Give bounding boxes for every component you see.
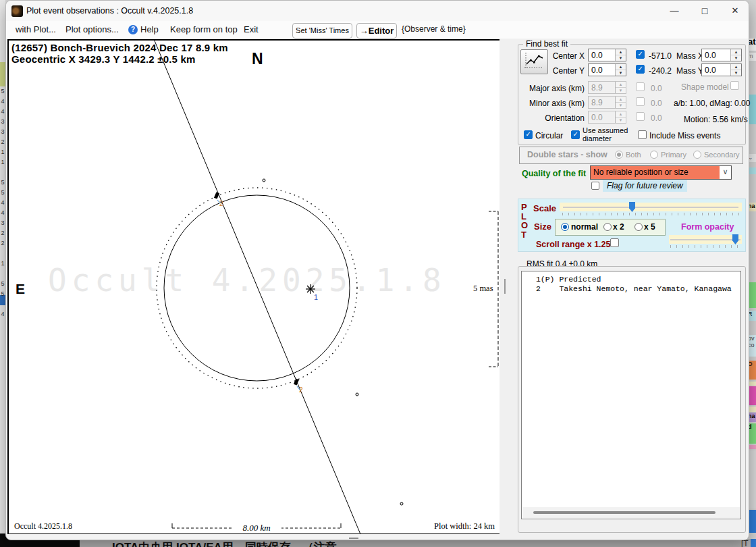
orientation-spinner[interactable]: 0.0 ▲▼ bbox=[588, 111, 626, 124]
plot-title-line2: Geocentric X 3429.3 Y 1442.2 ±0.5 km bbox=[11, 53, 196, 65]
plot-version-label: Occult 4.2025.1.8 bbox=[14, 521, 72, 531]
spin-up-icon: ▲ bbox=[616, 82, 626, 88]
size-label: Size bbox=[534, 222, 551, 232]
menu-keep-on-top[interactable]: Keep form on top bbox=[170, 24, 238, 34]
chord-marker-label: 2 bbox=[299, 386, 303, 394]
major-axis-spinner[interactable]: 8.9 ▲▼ bbox=[588, 81, 626, 94]
opacity-slider[interactable] bbox=[669, 235, 742, 244]
use-assumed-checkbox[interactable] bbox=[571, 130, 580, 139]
center-x-label: Center X bbox=[540, 51, 585, 61]
field-star bbox=[263, 179, 265, 182]
window-resize-grip[interactable] bbox=[349, 538, 358, 539]
spin-up-icon: ▲ bbox=[731, 64, 741, 70]
background-left-digits: 5 4 4 3 3 2 1 1 5 5 4 4 3 2 2 1 5 5 4 bbox=[0, 86, 5, 319]
orientation-label: Orientation bbox=[521, 113, 585, 123]
mass-x-spinner[interactable]: 0.0 ▲▼ bbox=[701, 49, 742, 61]
scale-slider-thumb[interactable] bbox=[629, 202, 635, 212]
double-primary-label: Primary bbox=[661, 151, 686, 159]
minimize-button[interactable]: — bbox=[659, 1, 689, 21]
circular-label: Circular bbox=[535, 131, 563, 140]
observer-list-text: 1(P) Predicted 2 Takeshi Nemoto, near Ya… bbox=[531, 275, 740, 294]
plot-area[interactable]: Occult 4.2025.1.8 bbox=[7, 39, 501, 534]
flag-review-label: Flag for future review bbox=[603, 180, 687, 192]
opacity-slider-ticks bbox=[670, 245, 740, 248]
plot-vertical-label: P L O T bbox=[521, 203, 528, 239]
chord-marker-d bbox=[214, 192, 219, 199]
spin-up-icon: ▲ bbox=[616, 97, 626, 103]
center-x-fit-checkbox[interactable] bbox=[636, 50, 645, 59]
major-axis-label: Major axis (km) bbox=[521, 84, 585, 93]
size-x5-radio[interactable] bbox=[634, 223, 643, 231]
use-assumed-label: Use assumed diameter bbox=[583, 126, 628, 142]
center-y-fit-value: -240.2 bbox=[649, 66, 672, 76]
splitter-handle[interactable] bbox=[504, 279, 506, 294]
orientation-fit-value: 0.0 bbox=[651, 113, 662, 123]
menu-plot-options[interactable]: Plot options... bbox=[65, 24, 119, 34]
size-normal-label: normal bbox=[571, 222, 598, 232]
spin-down-icon: ▼ bbox=[616, 88, 626, 93]
flag-review-checkbox[interactable] bbox=[591, 182, 599, 190]
dropdown-chevron-icon[interactable]: ∨ bbox=[720, 166, 731, 179]
right-panel: Find best fit Center X 0.0 ▲▼ -571.0 bbox=[500, 39, 747, 539]
screen: 5 4 4 3 3 2 1 1 5 5 4 4 3 2 2 1 5 5 4 at… bbox=[0, 0, 756, 547]
title-bar[interactable]: Plot event observations : Occult v.4.202… bbox=[6, 1, 749, 21]
orientation-fit-checkbox[interactable] bbox=[636, 112, 645, 121]
menu-help[interactable]: Help bbox=[140, 24, 159, 34]
major-axis-fit-value: 0.0 bbox=[651, 84, 662, 93]
ab-dmag-label: a/b: 1.00, dMag: 0.00 bbox=[674, 99, 750, 108]
minor-axis-spinner[interactable]: 8.9 ▲▼ bbox=[588, 96, 626, 109]
field-star bbox=[400, 502, 403, 505]
size-x2-radio[interactable] bbox=[603, 223, 612, 231]
quality-dropdown[interactable]: No reliable position or size ∨ bbox=[590, 165, 732, 180]
center-x-spinner[interactable]: 0.0 ▲▼ bbox=[588, 49, 626, 61]
mass-y-spinner[interactable]: 0.0 ▲▼ bbox=[701, 63, 742, 76]
spin-down-icon: ▼ bbox=[731, 70, 741, 76]
menu-exit[interactable]: Exit bbox=[244, 24, 259, 34]
observer-list-hscrollbar[interactable] bbox=[522, 507, 740, 518]
center-y-fit-checkbox[interactable] bbox=[636, 65, 645, 74]
double-secondary-radio[interactable] bbox=[693, 151, 701, 159]
form-opacity-label: Form opacity bbox=[681, 222, 734, 232]
spin-down-icon: ▼ bbox=[616, 55, 626, 61]
plot-geometry bbox=[9, 41, 500, 533]
asteroid-circle bbox=[164, 195, 350, 381]
double-both-radio[interactable] bbox=[615, 151, 623, 159]
double-primary-radio[interactable] bbox=[650, 151, 658, 159]
chord-line bbox=[154, 41, 360, 533]
observer-listbox[interactable]: 1(P) Predicted 2 Takeshi Nemoto, near Ya… bbox=[521, 271, 741, 519]
shape-model-checkbox[interactable] bbox=[730, 81, 739, 90]
set-miss-times-button[interactable]: Set 'Miss' Times bbox=[292, 23, 352, 38]
find-best-fit-label: Find best fit bbox=[523, 39, 570, 49]
editor-button[interactable]: →Editor bbox=[356, 23, 397, 38]
opacity-slider-thumb[interactable] bbox=[732, 234, 738, 244]
background-fragment bbox=[751, 539, 756, 547]
close-button[interactable]: ✕ bbox=[720, 1, 750, 21]
minor-axis-fit-checkbox[interactable] bbox=[636, 97, 645, 106]
scroll-range-label: Scroll range x 1.25 bbox=[536, 240, 610, 249]
center-y-spinner[interactable]: 0.0 ▲▼ bbox=[588, 63, 626, 76]
chord-marker-label: 2 bbox=[219, 200, 223, 207]
star-asterisk-marker bbox=[306, 284, 315, 294]
star-marker-label: 1 bbox=[314, 293, 318, 301]
spin-down-icon: ▼ bbox=[616, 103, 626, 108]
size-normal-radio[interactable] bbox=[561, 223, 569, 231]
help-icon[interactable]: ? bbox=[128, 25, 138, 34]
include-miss-checkbox[interactable] bbox=[638, 130, 647, 139]
minor-axis-label: Minor axis (km) bbox=[521, 99, 585, 108]
scale-slider[interactable] bbox=[560, 203, 742, 211]
motion-label: Motion: 5.56 km/s bbox=[684, 115, 748, 124]
spin-up-icon: ▲ bbox=[616, 111, 626, 118]
observer-time-label: {Observer & time} bbox=[402, 24, 466, 34]
maximize-button[interactable]: □ bbox=[690, 1, 720, 21]
menu-with-plot[interactable]: with Plot... bbox=[16, 24, 56, 34]
scroll-range-checkbox[interactable] bbox=[610, 238, 619, 247]
major-axis-fit-checkbox[interactable] bbox=[636, 82, 645, 91]
hscrollbar-thumb[interactable] bbox=[533, 511, 716, 514]
circular-checkbox[interactable] bbox=[524, 130, 533, 139]
field-star bbox=[356, 393, 358, 396]
menu-bar: with Plot... Plot options... ? Help Keep… bbox=[6, 21, 749, 38]
mass-y-label: Mass Y bbox=[676, 66, 703, 76]
double-secondary-label: Secondary bbox=[704, 151, 740, 159]
include-miss-label: Include Miss events bbox=[649, 131, 720, 140]
center-y-label: Center Y bbox=[540, 66, 585, 76]
